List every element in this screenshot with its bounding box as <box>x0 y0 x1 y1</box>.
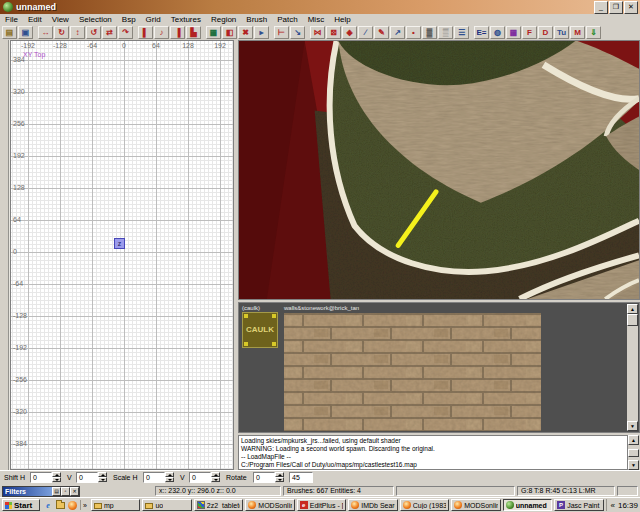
menu-item[interactable]: Grid <box>141 15 166 24</box>
shift-h-stepper[interactable] <box>52 472 61 483</box>
menu-item[interactable]: File <box>0 15 23 24</box>
folder-icon[interactable] <box>55 500 65 510</box>
menu-item[interactable]: Misc <box>303 15 329 24</box>
toolbar-button[interactable]: ⇄ <box>102 26 117 39</box>
menu-item[interactable]: Selection <box>74 15 117 24</box>
internet-explorer-icon[interactable]: e <box>43 500 53 510</box>
filters-window[interactable]: Filters ▤▫✕ <box>2 486 80 497</box>
filters-window-button[interactable]: ▤ <box>52 487 61 496</box>
toolbar-button[interactable]: ♪ <box>154 26 169 39</box>
taskbar-window-button[interactable]: Cujo (1983)... <box>400 499 449 511</box>
rotate-step-input[interactable]: 45 <box>289 472 313 483</box>
toolbar-button[interactable]: ▦ <box>206 26 221 39</box>
toolbar-button[interactable]: ∕ <box>358 26 373 39</box>
toolbar-button[interactable]: ✖ <box>238 26 253 39</box>
toolbar-button[interactable]: ↺ <box>86 26 101 39</box>
scroll-down-icon[interactable]: ▼ <box>628 460 639 470</box>
menu-item[interactable]: Textures <box>166 15 206 24</box>
scroll-up-icon[interactable]: ▲ <box>628 435 639 445</box>
texture-scrollbar[interactable]: ▲ ▼ <box>627 304 638 431</box>
scroll-down-icon[interactable]: ▼ <box>627 421 638 431</box>
texture-browser[interactable]: (caulk) walls&stonework@brick_tan CAULK <box>238 302 640 433</box>
texture-tile-brick[interactable] <box>284 313 541 431</box>
2d-viewport-xy[interactable]: -192-128-64064128192 384320256192128640-… <box>10 40 234 470</box>
shift-h-input[interactable]: 0 <box>30 472 52 483</box>
toolbar-button[interactable]: ⊢ <box>274 26 289 39</box>
toolbar-button[interactable]: ▣ <box>18 26 33 39</box>
scroll-up-icon[interactable]: ▲ <box>627 304 638 314</box>
brush-entity-counts: Brushes: 667 Entities: 4 <box>283 486 394 496</box>
close-button[interactable]: ✕ <box>624 1 638 14</box>
shift-v-input[interactable]: 0 <box>76 472 98 483</box>
toolbar-button[interactable]: F <box>522 26 537 39</box>
toolbar-button[interactable]: ⇓ <box>586 26 601 39</box>
firefox-icon[interactable] <box>67 500 77 510</box>
toolbar-button[interactable]: ✎ <box>374 26 389 39</box>
scale-h-stepper[interactable] <box>165 472 174 483</box>
toolbar-button[interactable]: ↘ <box>290 26 305 39</box>
toolbar-button[interactable]: E= <box>474 26 489 39</box>
filters-window-button[interactable]: ▫ <box>61 487 70 496</box>
toolbar-button[interactable]: ↗ <box>390 26 405 39</box>
toolbar-button[interactable]: ▓ <box>422 26 437 39</box>
taskbar-window-button[interactable]: unnamed <box>503 499 552 511</box>
taskbar-window-button[interactable]: uo <box>142 499 191 511</box>
menu-item[interactable]: Brush <box>241 15 272 24</box>
rotate-input[interactable]: 0 <box>253 472 275 483</box>
scale-v-stepper[interactable] <box>211 472 220 483</box>
menu-item[interactable]: Help <box>329 15 355 24</box>
menu-item[interactable]: Region <box>206 15 241 24</box>
toolbar-button[interactable]: ▌ <box>138 26 153 39</box>
taskbar-window-button[interactable]: P Jasc Paint S... <box>554 499 603 511</box>
start-button[interactable]: Start <box>2 499 40 511</box>
console-scrollbar-thumb[interactable] <box>628 449 639 457</box>
minimize-button[interactable]: _ <box>594 1 608 14</box>
taskbar-window-button[interactable]: mp <box>91 499 140 511</box>
title-bar[interactable]: unnamed _ ❐ ✕ <box>0 0 640 14</box>
toolbar-button[interactable]: ↻ <box>54 26 69 39</box>
menu-item[interactable]: Patch <box>272 15 302 24</box>
toolbar-button[interactable]: ↕ <box>70 26 85 39</box>
toolbar-button[interactable]: ◈ <box>342 26 357 39</box>
toolbar-button[interactable]: ▒ <box>438 26 453 39</box>
texture-tile-caulk[interactable]: CAULK <box>242 312 278 348</box>
3d-viewport[interactable] <box>238 40 640 300</box>
texture-scrollbar-thumb[interactable] <box>627 314 638 326</box>
toolbar-button[interactable]: • <box>406 26 421 39</box>
toolbar-button[interactable]: ◧ <box>222 26 237 39</box>
tray-collapse-icon[interactable]: « <box>611 501 615 510</box>
toolbar-button[interactable]: ⋈ <box>310 26 325 39</box>
shift-v-label: V <box>67 474 72 481</box>
toolbar-button[interactable]: ▐ <box>170 26 185 39</box>
toolbar-button[interactable]: ▦ <box>506 26 521 39</box>
toolbar-button[interactable]: ▸ <box>254 26 269 39</box>
scale-h-input[interactable]: 0 <box>143 472 165 483</box>
filters-window-button[interactable]: ✕ <box>70 487 79 496</box>
toolbar-button[interactable]: ⊠ <box>326 26 341 39</box>
toolbar-button[interactable]: M <box>570 26 585 39</box>
rotate-stepper[interactable] <box>275 472 284 483</box>
toolbar-button[interactable]: ▙ <box>186 26 201 39</box>
toolbar-button[interactable]: ◍ <box>490 26 505 39</box>
taskbar-window-button[interactable]: 2z2_tableto... <box>194 499 243 511</box>
toolbar-button[interactable]: ▤ <box>2 26 17 39</box>
toolbar-button[interactable]: ↔ <box>38 26 53 39</box>
selected-entity[interactable]: z <box>114 238 125 249</box>
taskbar-window-button[interactable]: e EditPlus - [C... <box>297 499 346 511</box>
menu-item[interactable]: Edit <box>23 15 47 24</box>
scale-v-input[interactable]: 0 <box>189 472 211 483</box>
menu-item[interactable]: View <box>47 15 74 24</box>
console-scrollbar[interactable]: ▲ ▼ <box>628 435 639 470</box>
maximize-button[interactable]: ❐ <box>609 1 623 14</box>
taskbar-window-button[interactable]: IMDb Searc... <box>348 499 397 511</box>
shift-v-stepper[interactable] <box>98 472 107 483</box>
toolbar-button[interactable]: ↷ <box>118 26 133 39</box>
toolbar-button[interactable]: D <box>538 26 553 39</box>
toolbar-button[interactable]: ☰ <box>454 26 469 39</box>
menu-item[interactable]: Bsp <box>117 15 141 24</box>
filters-window-title[interactable]: Filters <box>3 487 52 496</box>
taskbar-window-button[interactable]: MODSonline... <box>245 499 294 511</box>
toolbar-button[interactable]: Tu <box>554 26 569 39</box>
taskbar-window-button[interactable]: MODSonline... <box>451 499 500 511</box>
quick-launch-overflow[interactable]: » <box>83 502 87 509</box>
